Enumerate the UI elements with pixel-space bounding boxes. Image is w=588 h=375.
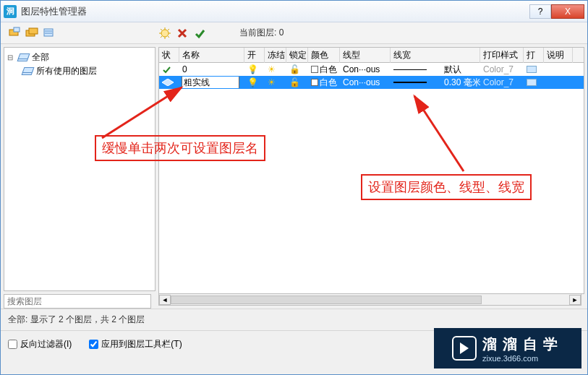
scroll-left-icon[interactable]: ◄ xyxy=(159,295,171,305)
new-filter-icon[interactable] xyxy=(8,27,21,40)
invert-filter-input[interactable] xyxy=(8,340,17,349)
svg-rect-3 xyxy=(29,28,38,34)
set-current-icon[interactable] xyxy=(193,27,206,40)
invert-filter-checkbox[interactable]: 反向过滤器(I) xyxy=(8,338,72,350)
lock-icon[interactable]: 🔓 xyxy=(286,77,308,87)
tree-root[interactable]: ⊟ 全部 xyxy=(7,51,152,64)
layer-manager-window: 洞 图层特性管理器 ? X 当前图层: 0 xyxy=(0,0,588,375)
tree-child-label: 所有使用的图层 xyxy=(36,65,97,77)
table-row[interactable]: 0 💡 ☀ 🔓 白色 Con···ous 默认 Color_7 xyxy=(159,63,584,76)
watermark: 溜溜自学 zixue.3d66.com xyxy=(434,328,581,368)
color-swatch xyxy=(311,66,318,73)
help-button[interactable]: ? xyxy=(529,4,551,19)
name-cell[interactable]: 0 xyxy=(179,64,244,74)
table-row[interactable]: 粗实线 💡 ☀ 🔓 白色 Con···ous 0.30 毫米 Color_7 xyxy=(159,76,584,89)
plotstyle-cell[interactable]: Color_7 xyxy=(480,64,524,74)
apply-toolbar-label: 应用到图层工具栏(T) xyxy=(101,338,182,350)
layer-states-icon[interactable] xyxy=(43,27,56,40)
new-layer-icon[interactable] xyxy=(158,27,171,40)
horizontal-scrollbar[interactable]: ◄ ► xyxy=(158,294,581,306)
new-group-filter-icon[interactable] xyxy=(25,27,38,40)
linetype-cell[interactable]: Con···ous xyxy=(340,77,391,87)
lineweight-cell[interactable]: 默认 xyxy=(441,64,480,76)
current-layer-label: 当前图层: 0 xyxy=(239,27,284,39)
svg-rect-4 xyxy=(44,29,53,36)
search-row xyxy=(4,294,155,309)
col-lineweight[interactable]: 线宽 xyxy=(391,48,480,63)
col-plotstyle[interactable]: 打印样式 xyxy=(480,48,524,63)
app-icon: 洞 xyxy=(4,5,17,18)
col-lock[interactable]: 锁定 xyxy=(286,48,308,63)
close-button[interactable]: X xyxy=(551,4,584,19)
col-plot[interactable]: 打 xyxy=(524,48,544,63)
window-title: 图层特性管理器 xyxy=(21,5,529,18)
watermark-brand: 溜溜自学 xyxy=(482,335,563,354)
plot-icon[interactable] xyxy=(524,66,544,73)
tree-collapse-icon[interactable]: ⊟ xyxy=(7,53,14,61)
col-state[interactable]: 状 xyxy=(159,48,179,63)
lineweight-preview[interactable] xyxy=(391,82,441,83)
lineweight-cell[interactable]: 0.30 毫米 xyxy=(441,77,480,89)
state-cell xyxy=(159,65,179,74)
freeze-icon[interactable]: ☀ xyxy=(265,77,286,87)
svg-rect-1 xyxy=(14,27,20,32)
apply-toolbar-checkbox[interactable]: 应用到图层工具栏(T) xyxy=(89,338,182,350)
search-input[interactable] xyxy=(4,294,151,309)
layers-icon xyxy=(17,53,29,62)
col-freeze[interactable]: 冻结 xyxy=(265,48,286,63)
scroll-thumb[interactable] xyxy=(171,296,482,304)
color-cell[interactable]: 白色 xyxy=(308,64,340,76)
color-cell[interactable]: 白色 xyxy=(308,77,340,89)
lock-icon[interactable]: 🔓 xyxy=(286,64,308,74)
plot-icon[interactable] xyxy=(524,79,544,86)
annotation-rename: 缓慢单击两次可设置图层名 xyxy=(95,135,265,161)
svg-line-8 xyxy=(414,96,464,171)
current-layer-text: 当前图层: xyxy=(239,27,276,38)
svg-point-5 xyxy=(161,30,169,37)
on-icon[interactable]: 💡 xyxy=(244,64,265,74)
freeze-icon[interactable]: ☀ xyxy=(265,64,286,74)
invert-filter-label: 反向过滤器(I) xyxy=(20,338,72,350)
on-icon[interactable]: 💡 xyxy=(244,77,265,87)
col-linetype[interactable]: 线型 xyxy=(340,48,391,63)
grid-header: 状 名称 开 冻结 锁定 颜色 线型 线宽 打印样式 打 说明 xyxy=(158,47,584,63)
status-bar: 全部: 显示了 2 个图层，共 2 个图层 xyxy=(1,309,587,330)
scroll-track[interactable] xyxy=(171,295,569,305)
plotstyle-cell[interactable]: Color_7 xyxy=(480,77,524,87)
linetype-cell[interactable]: Con···ous xyxy=(340,64,391,74)
annotation-arrow-icon xyxy=(406,92,493,178)
col-on[interactable]: 开 xyxy=(244,48,265,63)
color-label: 白色 xyxy=(320,64,337,76)
color-swatch xyxy=(311,79,318,86)
lineweight-preview[interactable] xyxy=(391,69,441,70)
toolbar: 当前图层: 0 xyxy=(1,22,587,44)
tree-root-label: 全部 xyxy=(32,51,49,64)
col-desc[interactable]: 说明 xyxy=(544,48,573,63)
col-name[interactable]: 名称 xyxy=(179,48,244,63)
svg-line-7 xyxy=(102,87,182,138)
titlebar: 洞 图层特性管理器 ? X xyxy=(1,1,587,22)
current-layer-value: 0 xyxy=(279,27,284,38)
delete-layer-icon[interactable] xyxy=(176,27,189,40)
annotation-style: 设置图层颜色、线型、线宽 xyxy=(361,174,532,200)
color-label: 白色 xyxy=(320,77,337,89)
play-icon xyxy=(452,336,477,361)
watermark-url: zixue.3d66.com xyxy=(482,354,538,363)
layers-icon xyxy=(22,67,33,76)
tree-child[interactable]: 所有使用的图层 xyxy=(22,64,152,78)
apply-toolbar-input[interactable] xyxy=(89,340,98,349)
scroll-right-icon[interactable]: ► xyxy=(569,295,581,305)
window-buttons: ? X xyxy=(529,4,584,19)
col-color[interactable]: 颜色 xyxy=(308,48,340,63)
